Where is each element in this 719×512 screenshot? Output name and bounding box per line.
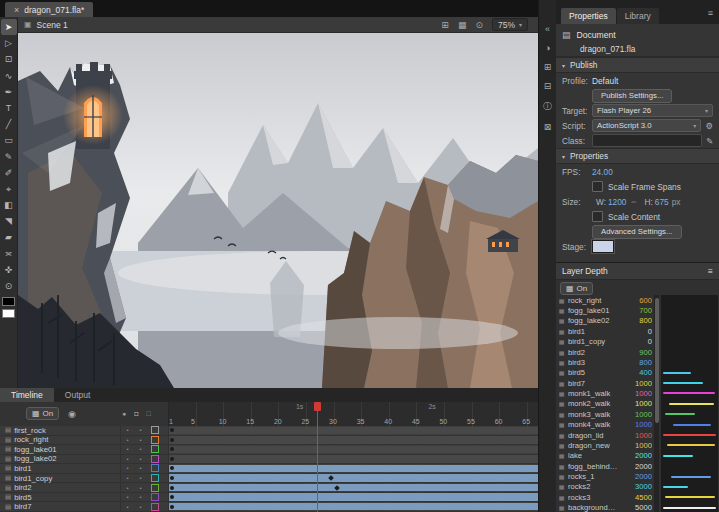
layer-name[interactable]: fogg_lake01	[14, 445, 57, 454]
layer-depth-value[interactable]: 1000	[629, 410, 652, 419]
layer-depth-row[interactable]: ▦rock_right600	[558, 295, 652, 305]
layer-depth-name[interactable]: rocks2	[568, 482, 626, 491]
lock-dot[interactable]: •	[134, 504, 147, 510]
layer-depth-name[interactable]: background…	[568, 503, 626, 512]
visibility-dot[interactable]: •	[121, 504, 134, 510]
layer-depth-value[interactable]: 1000	[629, 389, 652, 398]
keyframe-dot[interactable]	[170, 486, 174, 490]
tween-span[interactable]	[169, 465, 538, 473]
layer-depth-name[interactable]: fogg_lake01	[568, 306, 626, 315]
zoom-tool[interactable]: ⊙	[1, 278, 17, 294]
layer-frames[interactable]	[168, 445, 538, 455]
layer-depth-row[interactable]: ▦monk4_walk1000	[558, 420, 652, 430]
layer-depth-name[interactable]: bird5	[568, 368, 626, 377]
link-dimensions-icon[interactable]: ⇔	[629, 197, 637, 206]
stage-color-swatch[interactable]	[592, 240, 614, 253]
layer-depth-row[interactable]: ▦monk3_walk1000	[558, 409, 652, 419]
layer-depth-value[interactable]: 600	[629, 296, 652, 305]
layer-name[interactable]: bird5	[14, 493, 31, 502]
keyframe-dot[interactable]	[170, 457, 174, 461]
layer-name[interactable]: bird2	[14, 483, 31, 492]
tween-span[interactable]	[169, 503, 538, 511]
layer-depth-name[interactable]: monk1_walk	[568, 389, 626, 398]
layer-name[interactable]: bird1_copy	[14, 474, 52, 483]
layer-frames[interactable]	[168, 493, 538, 503]
outline-color-swatch[interactable]	[151, 493, 159, 501]
tab-properties[interactable]: Properties	[561, 8, 616, 24]
script-settings-icon[interactable]: ⚙	[705, 121, 713, 131]
lock-dot[interactable]: •	[134, 494, 147, 500]
lock-dot[interactable]: •	[134, 475, 147, 481]
scale-frame-spans-checkbox[interactable]	[592, 181, 603, 192]
timeline-layer-row[interactable]: ▤rock_right••	[0, 436, 538, 446]
layer-depth-row[interactable]: ▦rocks_12000	[558, 471, 652, 481]
layer-depth-name[interactable]: rock_right	[568, 296, 626, 305]
layer-depth-graph[interactable]	[661, 295, 718, 512]
static-span[interactable]	[169, 455, 538, 463]
keyframe-dot[interactable]	[170, 466, 174, 470]
free-transform-tool[interactable]: ⊡	[1, 51, 17, 67]
layer-depth-value[interactable]: 2000	[629, 472, 652, 481]
visibility-dot[interactable]: •	[121, 446, 134, 452]
scrollbar-thumb[interactable]	[655, 298, 659, 423]
depth-bar[interactable]	[665, 496, 715, 498]
layer-depth-value[interactable]: 800	[629, 358, 652, 367]
edit-symbols-icon[interactable]: ⊙	[475, 20, 483, 30]
visibility-dot[interactable]: •	[121, 465, 134, 471]
selection-tool[interactable]: ➤	[1, 19, 17, 35]
fill-color-swatch[interactable]	[2, 309, 15, 318]
keyframe-dot[interactable]	[170, 476, 174, 480]
pencil-tool[interactable]: ✎	[1, 149, 17, 165]
layer-depth-name[interactable]: fogg_lake02	[568, 316, 626, 325]
layer-depth-value[interactable]: 1000	[629, 441, 652, 450]
outline-color-swatch[interactable]	[151, 484, 159, 492]
keyframe-diamond[interactable]	[334, 485, 340, 491]
layer-depth-name[interactable]: bird7	[568, 379, 626, 388]
rectangle-tool[interactable]: ▭	[1, 132, 17, 148]
layer-depth-name[interactable]: monk2_walk	[568, 399, 626, 408]
width-value[interactable]: 1200	[608, 197, 626, 207]
layer-depth-row[interactable]: ▦fogg_lake01700	[558, 305, 652, 315]
static-span[interactable]	[169, 427, 538, 435]
layer-depth-value[interactable]: 1000	[629, 420, 652, 429]
text-tool[interactable]: T	[1, 100, 17, 116]
collapse-panels-icon[interactable]: «	[540, 24, 556, 34]
layer-depth-value[interactable]: 700	[629, 306, 652, 315]
layer-frames[interactable]	[168, 455, 538, 465]
layer-depth-row[interactable]: ▦bird5400	[558, 368, 652, 378]
keyframe-dot[interactable]	[170, 428, 174, 432]
layer-depth-value[interactable]: 0	[629, 337, 652, 346]
layer-depth-name[interactable]: rocks3	[568, 493, 626, 502]
layer-depth-row[interactable]: ▦fogg_lake02800	[558, 316, 652, 326]
lock-dot[interactable]: •	[134, 437, 147, 443]
layer-depth-value[interactable]: 1000	[629, 431, 652, 440]
layer-depth-row[interactable]: ▦fogg_behind…2000	[558, 461, 652, 471]
camera-icon[interactable]: ◉	[68, 409, 76, 419]
visibility-dot[interactable]: •	[121, 437, 134, 443]
outline-color-swatch[interactable]	[151, 436, 159, 444]
layer-depth-name[interactable]: bird1_copy	[568, 337, 626, 346]
tab-library[interactable]: Library	[617, 8, 659, 24]
timeline-layer-row[interactable]: ▤fogg_lake01••	[0, 445, 538, 455]
depth-bar[interactable]	[663, 455, 693, 457]
stroke-color-swatch[interactable]	[2, 297, 15, 306]
layer-depth-row[interactable]: ▦rocks23000	[558, 482, 652, 492]
lock-dot[interactable]: •	[134, 427, 147, 433]
depth-bar[interactable]	[667, 444, 715, 446]
hand-tool[interactable]: ✜	[1, 262, 17, 278]
eyedropper-tool[interactable]: ◥	[1, 213, 17, 229]
tab-output[interactable]: Output	[54, 388, 102, 402]
outline-all-icon[interactable]: □	[146, 410, 150, 417]
visibility-dot[interactable]: •	[121, 427, 134, 433]
edit-scene-icon[interactable]: ▦	[458, 20, 467, 30]
depth-bar[interactable]	[663, 434, 716, 436]
timeline-layer-row[interactable]: ▤fogg_lake02••	[0, 455, 538, 465]
depth-bar[interactable]	[663, 372, 691, 374]
show-hide-all-icon[interactable]: ●	[122, 410, 126, 417]
stage-canvas[interactable]	[18, 33, 538, 388]
layer-depth-value[interactable]: 900	[629, 348, 652, 357]
script-select[interactable]: ActionScript 3.0 ▾	[592, 119, 701, 132]
outline-color-swatch[interactable]	[151, 474, 159, 482]
visibility-dot[interactable]: •	[121, 494, 134, 500]
layer-depth-name[interactable]: bird2	[568, 348, 626, 357]
